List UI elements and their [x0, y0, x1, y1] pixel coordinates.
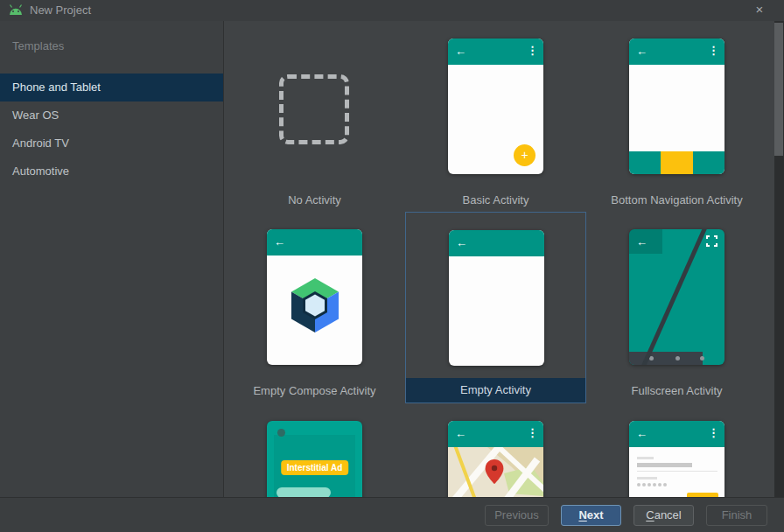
interstitial-ad-badge: Interstitial Ad	[281, 460, 349, 475]
previous-button[interactable]: Previous	[485, 505, 549, 526]
close-icon[interactable]: ×	[752, 3, 766, 17]
bottom-nav-bar	[629, 151, 724, 174]
sidebar-item-android-tv[interactable]: Android TV	[0, 130, 223, 158]
back-arrow-icon: ←	[455, 45, 466, 58]
map-preview	[448, 447, 543, 497]
preview-app-bar: ← ⋮	[448, 38, 543, 65]
template-label: Basic Activity	[405, 188, 586, 213]
sidebar-header: Templates	[0, 33, 223, 60]
ad-button-placeholder	[276, 487, 331, 497]
jetpack-compose-logo-icon	[286, 275, 344, 336]
template-tile-no-activity[interactable]: No Activity	[224, 21, 405, 213]
template-label-selected: Empty Activity	[406, 378, 585, 402]
back-arrow-icon: ←	[636, 427, 648, 440]
finish-button[interactable]: Finish	[706, 505, 767, 526]
preview-app-bar: ← ⋮	[448, 421, 543, 447]
nav-bar	[629, 352, 703, 365]
back-arrow-icon: ←	[636, 45, 648, 58]
template-tile-admob-ads-activity[interactable]: Interstitial Ad	[224, 403, 405, 497]
scrollbar-thumb[interactable]	[774, 23, 783, 156]
template-tile-basic-activity[interactable]: ← ⋮ + Basic Activity	[405, 21, 586, 213]
vertical-scrollbar	[774, 21, 784, 497]
form-divider	[637, 471, 718, 472]
new-project-dialog: New Project × Templates Phone and Tablet…	[0, 0, 784, 532]
sidebar-item-phone-and-tablet[interactable]: Phone and Tablet	[0, 74, 223, 102]
form-line	[637, 477, 657, 480]
template-label: Empty Compose Activity	[224, 379, 405, 403]
template-tile-login-activity[interactable]: ← ⋮	[586, 403, 767, 497]
bottom-navigation-preview: ← ⋮	[629, 38, 724, 174]
template-tile-maps-activity[interactable]: ← ⋮	[405, 403, 586, 497]
template-tile-empty-compose-activity[interactable]: ← Empty Compose Activity	[224, 212, 405, 403]
overflow-menu-icon: ⋮	[708, 426, 719, 440]
template-tile-empty-activity[interactable]: ← Empty Activity	[405, 212, 586, 403]
back-arrow-icon: ←	[455, 427, 466, 440]
fullscreen-activity-preview: ←	[629, 229, 724, 365]
login-activity-preview: ← ⋮	[629, 421, 724, 497]
overflow-menu-icon: ⋮	[708, 44, 719, 58]
preview-app-bar: ←	[449, 230, 544, 256]
sidebar-item-automotive[interactable]: Automotive	[0, 158, 223, 186]
title-bar: New Project ×	[0, 0, 784, 21]
template-label: No Activity	[224, 188, 405, 213]
form-line	[637, 463, 692, 467]
android-logo-icon	[8, 4, 24, 16]
password-dots-icon	[637, 483, 667, 486]
next-button[interactable]: Next	[561, 505, 621, 526]
template-grid: No Activity ← ⋮ + Basic Activity ← ⋮	[224, 21, 774, 497]
preview-app-bar: ←	[267, 229, 362, 256]
back-box: ←	[629, 229, 662, 254]
back-arrow-icon: ←	[274, 235, 285, 248]
back-arrow-icon: ←	[456, 236, 467, 249]
empty-activity-preview: ←	[449, 230, 544, 366]
dialog-title: New Project	[30, 4, 91, 17]
template-label: Fullscreen Activity	[586, 379, 767, 403]
basic-activity-preview: ← ⋮ +	[448, 38, 543, 174]
overflow-menu-icon: ⋮	[527, 426, 538, 440]
admob-activity-preview: Interstitial Ad	[267, 421, 362, 497]
no-activity-placeholder-icon	[279, 74, 349, 144]
overflow-menu-icon: ⋮	[527, 44, 538, 58]
fullscreen-expand-icon	[706, 235, 718, 247]
nav-dot-icon	[676, 356, 680, 360]
cancel-button[interactable]: Cancel	[634, 505, 694, 526]
sidebar-item-wear-os[interactable]: Wear OS	[0, 102, 223, 130]
template-label: Bottom Navigation Activity	[586, 188, 767, 213]
maps-activity-preview: ← ⋮	[448, 421, 543, 497]
template-tile-fullscreen-activity[interactable]: ← Fullscreen Activity	[586, 212, 767, 403]
preview-app-bar: ← ⋮	[629, 38, 724, 65]
compose-activity-preview: ←	[267, 229, 362, 365]
back-arrow-icon: ←	[636, 235, 648, 248]
nav-dot-icon	[700, 356, 704, 360]
status-dot-icon	[277, 429, 285, 437]
templates-sidebar: Templates Phone and Tablet Wear OS Andro…	[0, 21, 224, 497]
form-line	[637, 457, 654, 459]
preview-app-bar: ← ⋮	[629, 421, 724, 447]
template-tile-bottom-navigation-activity[interactable]: ← ⋮ Bottom Navigation Activity	[586, 21, 767, 213]
fab-plus-icon: +	[514, 144, 536, 166]
dialog-footer: Previous Next Cancel Finish	[0, 497, 784, 532]
